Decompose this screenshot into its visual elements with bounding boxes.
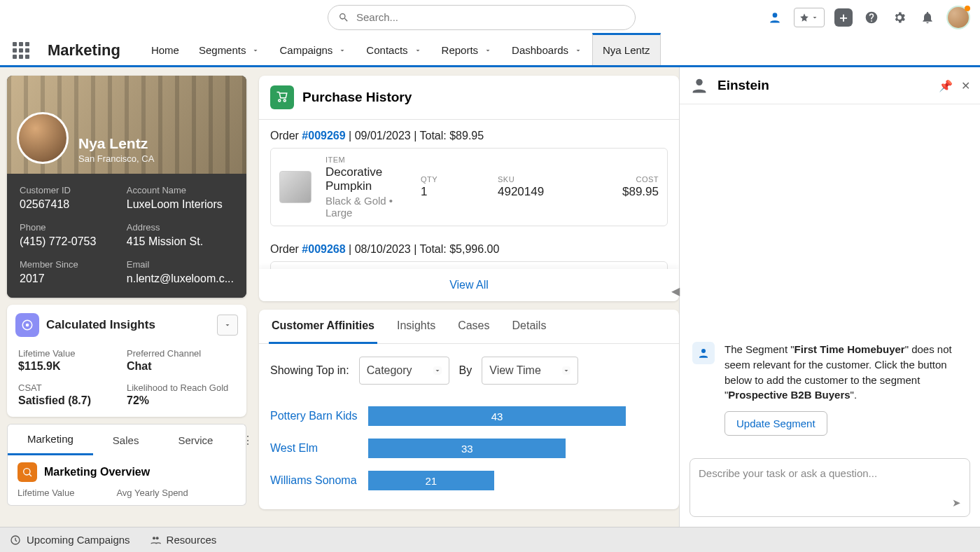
category-link[interactable]: Williams Sonoma <box>270 474 368 487</box>
select-value: Category <box>367 364 412 377</box>
einstein-title: Einstein <box>718 78 930 93</box>
category-link[interactable]: West Elm <box>270 442 368 455</box>
svg-point-5 <box>701 349 706 353</box>
category-link[interactable]: Pottery Barn Kids <box>270 410 368 422</box>
footer-label: Resources <box>167 534 217 546</box>
col-header: QTY <box>421 175 491 184</box>
purchase-history-card: Purchase History Order #009269 | 09/01/2… <box>259 76 679 301</box>
chart-bar: 21 <box>368 471 494 490</box>
upcoming-campaigns-button[interactable]: Upcoming Campaigns <box>10 534 130 546</box>
by-select[interactable]: View Time <box>482 357 578 385</box>
nav-label: Reports <box>442 44 479 56</box>
nav-home[interactable]: Home <box>141 34 189 67</box>
mko-col: Avg Yearly Spend <box>116 488 188 498</box>
aff-tab-affinities[interactable]: Customer Affinities <box>269 310 377 344</box>
order-link[interactable]: #009269 <box>302 130 345 142</box>
calculated-insights-card: Calculated Insights Lifetime Value$115.9… <box>7 305 246 417</box>
favorites-menu[interactable] <box>794 8 825 27</box>
profile-field-value: 2017 <box>20 272 120 285</box>
svg-point-3 <box>24 469 30 475</box>
resources-button[interactable]: Resources <box>150 534 217 546</box>
col-header: COST <box>596 175 659 184</box>
update-segment-button[interactable]: Update Segment <box>724 411 827 436</box>
svg-point-7 <box>153 537 155 539</box>
aff-tab-insights[interactable]: Insights <box>394 310 438 343</box>
subtab-service[interactable]: Service <box>158 426 232 455</box>
user-avatar[interactable] <box>946 6 970 29</box>
order-link[interactable]: #009268 <box>302 243 345 255</box>
insights-grid: Lifetime Value$115.9KPreferred ChannelCh… <box>7 345 246 417</box>
chevron-down-icon <box>562 366 570 375</box>
global-header: ＋ <box>0 0 980 35</box>
aff-tab-cases[interactable]: Cases <box>455 310 492 343</box>
item-variant: Black & Gold • Large <box>326 195 414 219</box>
profile-field-label: Customer ID <box>20 185 120 195</box>
insight-label: Likelihood to Reach Gold <box>127 382 235 393</box>
insight-label: Lifetime Value <box>18 348 127 359</box>
nav-segments[interactable]: Segments <box>189 34 270 67</box>
notifications-icon[interactable] <box>918 8 937 27</box>
nav-label: Home <box>151 44 179 56</box>
chart-row: Pottery Barn Kids43 <box>270 400 668 432</box>
mko-col: Lifetime Value <box>18 488 74 498</box>
sku-value: 4920149 <box>498 185 589 199</box>
app-launcher-icon[interactable] <box>13 42 29 59</box>
insight-value: 72% <box>127 394 235 407</box>
purchase-history-title: Purchase History <box>302 90 412 105</box>
close-icon[interactable]: ✕ <box>961 79 970 92</box>
segment-name: First Time Homebuyer <box>794 343 905 355</box>
global-create-button[interactable]: ＋ <box>834 8 853 27</box>
send-icon[interactable]: ➤ <box>952 497 961 509</box>
insights-title: Calculated Insights <box>46 318 210 332</box>
nav-record-tab[interactable]: Nya Lentz <box>592 33 661 65</box>
svg-point-4 <box>696 79 702 85</box>
side-subtabs-container: Marketing Sales Service ⋮ Marketing Over… <box>7 424 246 506</box>
nav-dashboards[interactable]: Dashboards <box>502 34 592 67</box>
marketing-overview-icon <box>18 462 37 482</box>
insight-label: CSAT <box>18 382 127 393</box>
chevron-down-icon <box>574 46 582 55</box>
order-line: Order #009269 | 09/01/2023 | Total: $89.… <box>259 120 679 148</box>
profile-field-label: Account Name <box>127 185 234 195</box>
subtab-more-icon[interactable]: ⋮ <box>232 434 252 447</box>
svg-point-2 <box>26 324 29 327</box>
subtab-marketing[interactable]: Marketing <box>8 425 93 455</box>
nav-label: Contacts <box>366 44 407 56</box>
nav-campaigns[interactable]: Campaigns <box>270 34 356 67</box>
settings-icon[interactable] <box>890 8 909 27</box>
global-search[interactable] <box>328 5 636 30</box>
view-all-link[interactable]: View All <box>259 269 679 301</box>
side-subtabs: Marketing Sales Service ⋮ <box>7 424 246 455</box>
profile-card: Nya Lentz San Francisco, CA Customer ID0… <box>7 76 246 298</box>
insights-menu-button[interactable] <box>217 315 238 336</box>
einstein-conversation: The Segment "First Time Homebuyer" does … <box>680 104 980 448</box>
pin-icon[interactable]: 📌 <box>939 79 953 92</box>
help-icon[interactable] <box>862 8 881 27</box>
aff-tab-details[interactable]: Details <box>509 310 549 343</box>
chart-row: West Elm33 <box>270 432 668 464</box>
search-input[interactable] <box>356 11 625 23</box>
profile-avatar <box>17 112 69 164</box>
chevron-down-icon <box>484 46 492 55</box>
app-nav: Marketing Home Segments Campaigns Contac… <box>0 35 980 67</box>
bot-avatar-icon <box>692 342 715 364</box>
profile-location: San Francisco, CA <box>78 153 154 164</box>
marketing-overview-card: Marketing Overview Lifetime Value Avg Ye… <box>7 455 246 506</box>
insight-value: Satisfied (8.7) <box>18 394 127 407</box>
einstein-icon[interactable] <box>766 8 784 27</box>
profile-field-value: 415 Mission St. <box>127 235 234 248</box>
header-actions: ＋ <box>766 6 970 29</box>
einstein-message: The Segment "First Time Homebuyer" does … <box>692 342 967 436</box>
affinities-card: Customer Affinities Insights Cases Detai… <box>259 310 679 509</box>
item-name: Decorative Pumpkin <box>326 165 414 193</box>
subtab-sales[interactable]: Sales <box>93 426 159 455</box>
showing-select[interactable]: Category <box>359 357 449 385</box>
nav-reports[interactable]: Reports <box>432 34 503 67</box>
footer-label: Upcoming Campaigns <box>27 534 130 546</box>
nav-contacts[interactable]: Contacts <box>356 34 431 67</box>
affinity-chart: Pottery Barn Kids43West Elm33Williams So… <box>259 397 679 509</box>
profile-fields: Customer ID02567418Account NameLuxeLoom … <box>7 174 246 298</box>
msg-text: The Segment " <box>724 343 794 355</box>
einstein-input[interactable]: Describe your task or ask a question... … <box>690 458 970 517</box>
profile-field-label: Email <box>127 259 234 270</box>
